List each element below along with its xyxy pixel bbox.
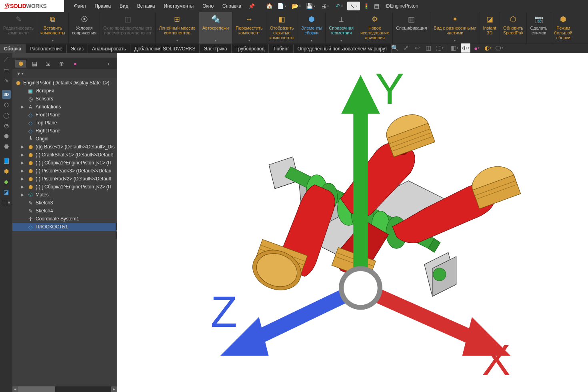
wireframe-icon[interactable]: ⬡ [2,100,11,109]
tree-item-label: (-) [ Сборка1^EnginePiston ]<1> (П [36,160,111,166]
scroll-thumb[interactable] [18,386,55,392]
ribbon-линейный-массив[interactable]: ⊞Линейный массивкомпонентов▾ [155,12,199,44]
orientation-triad[interactable]: Y X Z [125,46,588,385]
menu-инструменты[interactable]: Инструменты [160,2,198,10]
ribbon-автокрепежи[interactable]: 🔩Автокрепежи▾ [199,12,232,44]
scroll-track[interactable] [18,386,111,392]
tab-сборка[interactable]: Сборка [0,44,26,53]
rebuild-icon[interactable]: 🚦 [362,2,370,10]
tree-item[interactable]: ▶⬢(-) [ Сборка1^EnginePiston ]<1> (П [12,159,117,167]
ribbon-вставить[interactable]: ⧉Вставитькомпоненты▾ [37,12,68,44]
new-file-icon[interactable]: 📄 [275,2,288,10]
sketch-line-icon[interactable]: ／ [2,55,11,64]
tree-item[interactable]: ◇ПЛОСКОСТЬ1 [12,223,117,231]
menu-вставка[interactable]: Вставка [133,2,159,10]
tree-item[interactable]: ▶AAnnotations [12,103,117,111]
menu-вид[interactable]: Вид [116,2,132,10]
ribbon-новое[interactable]: ⚙Новоеисследованиедвижения [357,12,392,44]
tree-tab-feature[interactable]: ⬢ [15,59,27,68]
undo-icon[interactable]: ↶ [333,2,346,10]
ribbon-отобразить[interactable]: ◧Отобразитьскрытыекомпоненты [266,12,298,44]
logo-text: SOLIDWORKS [10,3,46,9]
ribbon-переместить[interactable]: ↔Переместитькомпонент▾ [232,12,266,44]
tree-tab-display[interactable]: ⊕ [56,59,68,68]
tree-item[interactable]: ◇Top Plane [12,119,117,127]
expand-icon[interactable]: ▶ [21,145,25,149]
tree-scrollbar[interactable]: ◄ ► [12,386,117,392]
tree-item[interactable]: ▶⬢(-) PistonHead<3> (Default<<Defau [12,167,117,175]
tree-item[interactable]: ✎Sketch3 [12,199,117,207]
tree-item[interactable]: ▶⦾Mates [12,191,117,199]
tree-item[interactable]: ◎Sensors [12,95,117,103]
tree-item[interactable]: ▶⬢(-) PistonRod<2> (Default<<Default [12,175,117,183]
doc-icon[interactable]: 📘 [2,156,11,165]
tree-tab-property[interactable]: ⇲ [42,59,54,68]
tree-item[interactable]: ◇Front Plane [12,111,117,119]
more-icon[interactable]: ⬚▾ [2,198,11,207]
tree-item[interactable]: ✛Coordinate System1 [12,215,117,223]
ribbon-условия[interactable]: ⦿Условиясопряжения [68,12,100,44]
tree-item[interactable]: ▣История [12,87,117,95]
pin-icon[interactable]: 📌 [248,3,255,9]
tree-item[interactable]: ▶⬢(-) [ Сборка1^EnginePiston ]<2> (П [12,183,117,191]
ribbon-редактировать: ✎Редактироватькомпонент [0,12,37,44]
expand-icon[interactable]: ▶ [21,193,25,197]
menu-окно[interactable]: Окно [198,2,218,10]
expand-icon[interactable]: ▶ [21,161,25,165]
menu-справка[interactable]: Справка [218,2,245,10]
expand-icon[interactable]: ▶ [21,185,25,189]
ribbon-вид-с-разнесенными[interactable]: ✦Вид с разнесеннымичастями▾ [430,12,479,44]
tab-эскиз[interactable]: Эскиз [67,44,88,53]
tree-item[interactable]: ◇Right Plane [12,127,117,135]
3d-icon[interactable]: 3D [2,90,11,99]
tab-расположение[interactable]: Расположение [26,44,67,53]
shade-icon[interactable]: ◔ [2,121,11,130]
tree-item[interactable]: ┗Origin [12,135,117,143]
tree-item[interactable]: ✎Sketch4 [12,207,117,215]
hidden-icon[interactable]: ◯ [2,111,11,120]
tree-tab-appearance[interactable]: ● [69,59,81,68]
tree-tab-more[interactable]: › [102,59,114,68]
appear-icon[interactable]: ◆ [2,177,11,186]
scroll-left-icon[interactable]: ◄ [12,386,18,392]
tree-item[interactable]: ▶⬢(ф) Base<1> (Default<<Default>_Dis [12,143,117,151]
sketch-rect-icon[interactable]: ▭ [2,65,11,74]
ribbon-сделать[interactable]: 📷Сделатьснимок [526,12,550,44]
expand-icon[interactable]: ▶ [21,105,25,109]
home-icon[interactable]: 🏠 [265,2,274,10]
expand-icon[interactable]: ▶ [21,177,25,181]
ribbon-instant[interactable]: ◪Instant3D [480,12,500,44]
tree-tab-config[interactable]: ▤ [28,59,40,68]
ribbon-справочная[interactable]: ⟂Справочнаягеометрия▾ [325,12,357,44]
ribbon-окно-предварительного: ◫Окно предварительногопросмотра компонен… [100,12,155,44]
3d-viewport[interactable]: Y X Z [117,53,588,392]
tree-item-label: Coordinate System1 [36,216,79,222]
menu-правка[interactable]: Правка [91,2,115,10]
ribbon-элементы[interactable]: ⬢Элементысборки▾ [298,12,326,44]
ribbon-icon: ✦ [449,14,460,24]
feature1-icon[interactable]: ⬢ [2,132,11,140]
ribbon-обновить[interactable]: ⬡ОбновитьSpeedPak [500,12,527,44]
dropdown-icon: ▾ [248,38,250,43]
tree-item-icon: ✎ [27,200,34,206]
ribbon-спецификация[interactable]: ▥Спецификация [392,12,430,44]
select-icon[interactable]: ↖ [347,2,360,10]
open-file-icon[interactable]: 📂 [290,2,302,10]
expand-icon[interactable]: ▶ [21,169,25,173]
config-icon[interactable]: ⬢ [2,167,11,176]
menu-файл[interactable]: Файл [70,2,90,10]
expand-icon[interactable]: ▶ [21,153,25,157]
tree-root[interactable]: ⬢ EnginePiston (Default<Display State-1>… [12,79,117,87]
tree-item-icon: ⬢ [27,168,34,174]
tree-item[interactable]: ▶⬢(-) CrankShaft<1> (Default<<Default [12,151,117,159]
print-icon[interactable]: 🖨 [318,2,331,10]
ribbon-режим[interactable]: ⬢Режимбольшойсборки [551,12,576,44]
tree-filter[interactable]: ▼▾ [12,69,117,78]
sketch-spline-icon[interactable]: ∿ [2,76,11,84]
save-icon[interactable]: 💾 [304,2,317,10]
feature2-icon[interactable]: ⬣ [2,142,11,151]
display-icon[interactable]: ◪ [2,188,11,196]
scroll-right-icon[interactable]: ► [111,386,117,392]
tab-анализировать[interactable]: Анализировать [88,44,130,53]
options-icon[interactable]: ▤ [372,2,381,10]
